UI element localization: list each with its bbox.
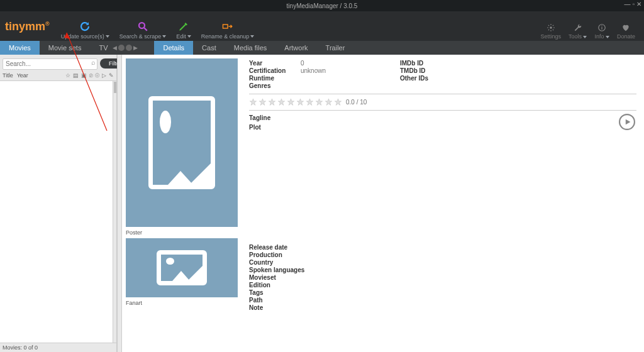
tab-artwork[interactable]: Artwork [275, 41, 316, 55]
tab-cast[interactable]: Cast [193, 41, 225, 55]
poster-label: Poster [126, 229, 238, 236]
chevron-down-icon [162, 35, 166, 38]
svg-point-0 [139, 23, 145, 28]
imdb-label: IMDb ID [400, 60, 447, 67]
chevron-down-icon [250, 35, 254, 38]
movie-list-panel: ⌕ Filter Title Year ☆ ▤ ▣ ⎚ ⦾ ▷ ✎ Movies… [0, 55, 117, 352]
tab-tvshows[interactable]: TV ◀▶ [90, 41, 147, 55]
star-icon [296, 98, 304, 106]
rating-text: 0.0 / 10 [346, 99, 367, 106]
chevron-down-icon [106, 35, 109, 38]
window-titlebar: tinyMediaManager / 3.0.5 — ▫ ✕ [0, 0, 644, 11]
year-value: 0 [301, 60, 304, 67]
plot-label: Plot [249, 124, 261, 131]
star-icon [258, 98, 267, 106]
edition-label: Edition [249, 282, 296, 289]
country-label: Country [249, 259, 296, 266]
note-label: Note [249, 304, 296, 311]
movieset-label: Movieset [249, 274, 296, 281]
window-title: tinyMediaManager / 3.0.5 [287, 3, 358, 9]
rating-stars: 0.0 / 10 [249, 94, 636, 111]
splitter[interactable] [117, 55, 122, 352]
heart-icon [621, 23, 630, 32]
svg-rect-2 [223, 25, 228, 28]
play-button[interactable] [619, 114, 635, 130]
path-label: Path [249, 297, 296, 304]
chevron-down-icon [583, 36, 587, 38]
star-icon [325, 98, 333, 106]
settings-button[interactable]: Settings [540, 23, 561, 40]
star-icon [334, 98, 342, 106]
list-status: Movies: 0 of 0 [0, 343, 116, 352]
nfo-icon[interactable]: ▤ [73, 72, 79, 79]
rename-cleanup-button[interactable]: Rename & cleanup [201, 21, 255, 40]
star-icon [249, 98, 257, 106]
detail-panel: Poster Fanart Year0 Certificationunknown… [122, 55, 644, 352]
pencil-icon [178, 21, 189, 32]
tagline-label: Tagline [249, 114, 270, 121]
info-button[interactable]: Info [594, 23, 609, 40]
donate-button[interactable]: Donate [617, 23, 635, 40]
tab-details[interactable]: Details [154, 41, 193, 55]
star-icon [277, 98, 286, 106]
tmdb-label: TMDb ID [400, 67, 447, 74]
certification-value: unknown [301, 67, 326, 74]
movie-list[interactable] [0, 81, 116, 343]
gear-icon [547, 23, 555, 32]
edit-col-icon[interactable]: ✎ [109, 72, 114, 79]
search-icon: ⌕ [91, 58, 96, 66]
rename-icon [222, 21, 233, 32]
image-icon [157, 250, 207, 285]
fanart-placeholder[interactable] [126, 238, 238, 297]
svg-point-3 [550, 26, 552, 29]
window-close-button[interactable]: ✕ [636, 1, 641, 8]
fanart-label: Fanart [126, 300, 238, 306]
star-icon [315, 98, 323, 106]
poster-placeholder[interactable] [126, 58, 238, 227]
list-column-headers: Title Year ☆ ▤ ▣ ⎚ ⦾ ▷ ✎ [0, 72, 116, 81]
chevron-down-icon [606, 36, 609, 38]
runtime-label: Runtime [249, 75, 296, 82]
certification-label: Certification [249, 67, 296, 74]
edit-button[interactable]: Edit [176, 21, 191, 40]
col-year[interactable]: Year [17, 72, 28, 79]
search-icon [137, 21, 148, 32]
tab-trailer[interactable]: Trailer [317, 41, 354, 55]
wrench-icon [574, 23, 582, 32]
subtitle-icon[interactable]: ⎚ [89, 72, 92, 79]
watched-icon[interactable]: ⦾ [95, 72, 99, 79]
tab-movies[interactable]: Movies [0, 41, 40, 55]
app-logo: tinymm® [5, 20, 50, 33]
update-sources-button[interactable]: Update source(s) [61, 21, 109, 40]
search-input[interactable] [3, 58, 97, 70]
release-label: Release date [249, 244, 296, 251]
svg-line-1 [144, 28, 147, 31]
tools-button[interactable]: Tools [569, 23, 587, 40]
spoken-label: Spoken languages [249, 267, 318, 273]
svg-rect-6 [602, 26, 602, 26]
image-icon[interactable]: ▣ [81, 72, 87, 79]
tags-label: Tags [249, 289, 296, 296]
col-title[interactable]: Title [3, 72, 13, 79]
tab-moviesets[interactable]: Movie sets [40, 41, 91, 55]
search-scrape-button[interactable]: Search & scrape [119, 21, 167, 40]
tab-mediafiles[interactable]: Media files [225, 41, 276, 55]
star-icon [306, 98, 314, 106]
play-icon[interactable]: ▷ [102, 72, 106, 79]
star-icon [287, 98, 295, 106]
star-icon[interactable]: ☆ [65, 72, 70, 79]
genres-label: Genres [249, 82, 296, 89]
star-icon [268, 98, 276, 106]
refresh-icon [79, 21, 91, 32]
chevron-down-icon [187, 35, 191, 38]
scrollbar[interactable] [113, 81, 116, 343]
svg-rect-5 [602, 27, 602, 30]
info-icon [597, 23, 606, 32]
main-toolbar: tinymm® Update source(s) Search & scrape… [0, 11, 644, 41]
window-minimize-button[interactable]: — [624, 1, 630, 8]
otherids-label: Other IDs [400, 75, 447, 82]
image-icon [148, 96, 216, 189]
year-label: Year [249, 60, 296, 67]
tab-strip: Movies Movie sets TV ◀▶ Details Cast Med… [0, 41, 644, 55]
window-maximize-button[interactable]: ▫ [632, 1, 635, 8]
